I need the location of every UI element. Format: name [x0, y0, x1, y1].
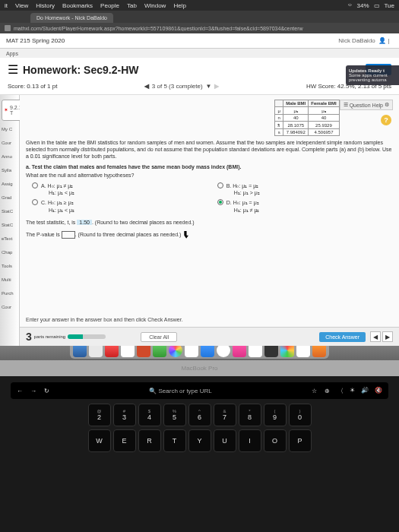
battery-icon: ▭: [374, 2, 380, 9]
menu-item[interactable]: Help: [173, 2, 185, 9]
clear-all-button[interactable]: Clear All: [141, 332, 177, 342]
menu-item[interactable]: View: [15, 2, 28, 9]
nav-item[interactable]: Cour: [0, 136, 19, 150]
nav-item[interactable]: Assig: [0, 177, 19, 191]
answer-bar: Enter your answer in the answer box and …: [20, 327, 399, 346]
nav-item[interactable]: eText: [0, 232, 19, 245]
key[interactable]: R: [138, 429, 161, 452]
key[interactable]: T: [163, 429, 186, 452]
choice-a[interactable]: A. H₀: μ₁ ≠ μ₂H₁: μ₁ < μ₂: [32, 182, 195, 196]
answer-choices: A. H₀: μ₁ ≠ μ₂H₁: μ₁ < μ₂ B. H₀: μ₁ = μ₂…: [26, 182, 393, 213]
parts-remaining: 3 parts remaining: [26, 331, 106, 343]
key[interactable]: ^6: [188, 404, 211, 426]
nav-item[interactable]: Cour: [0, 300, 19, 314]
question-panel: ☰ Question Help ⚙ Male BMIFemale BMI μμ₁…: [20, 95, 399, 346]
key[interactable]: E: [113, 429, 136, 452]
nav-item[interactable]: StatC: [0, 218, 19, 232]
menu-item[interactable]: History: [36, 2, 55, 9]
reload-icon[interactable]: ↻: [44, 388, 49, 394]
key[interactable]: @2: [88, 404, 111, 426]
prev-question-button[interactable]: ◀: [144, 83, 149, 90]
wifi-icon[interactable]: ⌔: [348, 2, 352, 9]
gear-icon[interactable]: ⚙: [385, 102, 389, 108]
key[interactable]: Y: [188, 429, 211, 452]
touchbar-search[interactable]: 🔍 Search or type URL: [57, 388, 304, 394]
key[interactable]: U: [214, 429, 236, 452]
course-title: MAT 215 Spring 2020: [6, 37, 65, 44]
homework-title: Homework: Sec9.2-HW: [23, 64, 138, 76]
left-nav-strip: ✶ 9.2.11-T My C Cour Anno Sylla Assig Gr…: [0, 95, 20, 346]
menu-icon[interactable]: ☰: [8, 62, 18, 77]
list-icon: ☰: [344, 102, 348, 108]
next-button[interactable]: ▶: [382, 331, 393, 342]
apps-link[interactable]: Apps: [6, 51, 18, 56]
tb-mute-icon[interactable]: 🔇: [375, 387, 382, 395]
radio-button-selected[interactable]: [217, 199, 223, 205]
choice-d[interactable]: D. H₀: μ₁ = μ₂H₁: μ₁ ≠ μ₂: [217, 199, 380, 213]
menu-item[interactable]: Tab: [127, 2, 137, 9]
forward-icon[interactable]: →: [30, 388, 36, 394]
nav-item[interactable]: My C: [0, 122, 19, 136]
sub-question: What are the null and alternative hypoth…: [26, 173, 393, 178]
col-header: Female BMI: [309, 100, 339, 107]
p-value-line: The P-value is . (Round to three decimal…: [26, 231, 393, 239]
question-progress[interactable]: 3 of 5 (3 complete): [152, 83, 203, 90]
check-answer-button[interactable]: Check Answer: [319, 332, 366, 342]
part-a-label: a. Test the claim that males and females…: [26, 164, 393, 169]
popup-line: preventing automa: [349, 78, 396, 82]
next-question-button[interactable]: ▶: [214, 83, 219, 90]
tb-back-icon[interactable]: 〈: [337, 387, 344, 395]
prev-button[interactable]: ◀: [370, 331, 381, 342]
key[interactable]: $4: [138, 404, 161, 426]
menu-item[interactable]: Window: [144, 2, 166, 9]
nav-item[interactable]: Chap: [0, 245, 19, 259]
menu-item[interactable]: People: [100, 2, 119, 9]
mac-menubar: it View History Bookmarks People Tab Win…: [0, 0, 399, 11]
radio-button[interactable]: [217, 182, 223, 188]
key[interactable]: P: [289, 429, 312, 452]
tb-brightness-icon[interactable]: ☀: [350, 387, 355, 395]
key[interactable]: #3: [113, 404, 136, 426]
dropdown-icon[interactable]: ▼: [206, 83, 212, 90]
back-icon[interactable]: ←: [17, 388, 23, 394]
url-bar[interactable]: mathxl.com/Student/PlayerHomework.aspx?h…: [0, 23, 399, 33]
radio-button[interactable]: [32, 199, 38, 205]
key[interactable]: %5: [163, 404, 186, 426]
score-icon: ✶: [4, 107, 8, 113]
question-score: Score: 0.13 of 1 pt: [8, 83, 57, 90]
day: Tue: [385, 2, 395, 9]
data-table: Male BMIFemale BMI μμ₁μ₂ n4040 x̄28.1075…: [274, 100, 339, 136]
menu-item[interactable]: Bookmarks: [62, 2, 93, 9]
key[interactable]: )0: [289, 404, 312, 426]
key[interactable]: *8: [239, 404, 261, 426]
star-icon[interactable]: ☆: [312, 388, 317, 394]
key[interactable]: &7: [214, 404, 236, 426]
radio-button[interactable]: [32, 182, 38, 188]
nav-item[interactable]: Grad: [0, 191, 19, 204]
new-tab-icon[interactable]: ⊕: [325, 388, 330, 394]
help-icon[interactable]: ?: [381, 115, 391, 125]
col-header: Male BMI: [283, 100, 309, 107]
p-value-input[interactable]: [62, 231, 75, 239]
key[interactable]: I: [239, 429, 261, 452]
lock-icon: [5, 25, 11, 31]
choice-b[interactable]: B. H₀: μ₁ = μ₂H₁: μ₁ > μ₂: [217, 182, 380, 196]
t-value: 1.50: [77, 220, 92, 225]
nav-item[interactable]: Multi: [0, 273, 19, 287]
question-help-button[interactable]: ☰ Question Help ⚙: [340, 100, 393, 110]
user-name: Nick DaBaldo: [338, 37, 375, 44]
nav-item[interactable]: Anno: [0, 150, 19, 163]
nav-item[interactable]: StatC: [0, 204, 19, 218]
key-row-numbers: @2 #3 $4 %5 ^6 &7 *8 (9 )0: [5, 404, 394, 426]
menu-item[interactable]: it: [5, 2, 8, 9]
choice-c[interactable]: C. H₀: μ₁ ≥ μ₂H₁: μ₁ < μ₂: [32, 199, 195, 213]
update-notification[interactable]: Updates Ready t Some apps current preven…: [346, 65, 399, 85]
key[interactable]: W: [88, 429, 111, 452]
nav-item[interactable]: Purch: [0, 287, 19, 300]
key[interactable]: (9: [264, 404, 287, 426]
nav-item[interactable]: Sylla: [0, 163, 19, 177]
tb-volume-icon[interactable]: 🔊: [361, 387, 369, 395]
nav-item[interactable]: Tools: [0, 259, 19, 273]
browser-tab[interactable]: Do Homework - Nick DaBaldo: [30, 13, 113, 23]
key[interactable]: O: [264, 429, 287, 452]
